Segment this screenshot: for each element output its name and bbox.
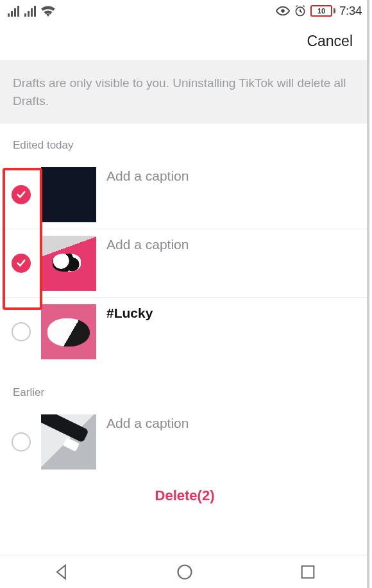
checkbox-selected[interactable] <box>12 254 31 273</box>
nav-recent-icon[interactable] <box>299 563 317 581</box>
draft-row[interactable]: Add a caption <box>0 161 369 229</box>
status-right: 10 7:34 <box>276 4 362 18</box>
eye-icon <box>276 5 290 17</box>
section-title-today: Edited today <box>0 124 369 161</box>
clock: 7:34 <box>339 4 362 18</box>
header: Cancel <box>0 22 369 60</box>
battery-text: 10 <box>317 7 325 15</box>
cancel-button[interactable]: Cancel <box>307 33 353 50</box>
status-left <box>8 5 55 17</box>
info-banner: Drafts are only visible to you. Uninstal… <box>0 60 369 124</box>
draft-row[interactable]: #Lucky <box>0 298 369 366</box>
svg-rect-3 <box>302 566 314 578</box>
svg-point-0 <box>281 9 285 13</box>
draft-caption: #Lucky <box>106 304 357 321</box>
section-title-earlier: Earlier <box>0 375 369 408</box>
checkbox-unselected[interactable] <box>12 322 31 341</box>
draft-thumbnail[interactable] <box>41 167 96 222</box>
status-bar: 10 7:34 <box>0 0 369 22</box>
android-nav-bar <box>0 555 369 588</box>
nav-back-icon[interactable] <box>53 563 71 581</box>
draft-thumbnail[interactable] <box>41 236 96 291</box>
svg-point-2 <box>178 565 192 578</box>
draft-thumbnail[interactable] <box>41 304 96 359</box>
signal-icon-2 <box>24 5 36 17</box>
delete-button[interactable]: Delete(2) <box>0 476 369 510</box>
wifi-icon <box>41 5 55 17</box>
nav-home-icon[interactable] <box>176 563 194 581</box>
signal-icon <box>8 5 19 17</box>
checkbox-unselected[interactable] <box>12 432 31 452</box>
draft-caption: Add a caption <box>106 414 357 431</box>
battery-icon: 10 <box>310 5 335 17</box>
scrollbar[interactable] <box>367 0 369 588</box>
draft-caption: Add a caption <box>106 236 357 252</box>
draft-thumbnail[interactable] <box>41 414 96 470</box>
alarm-icon <box>294 4 307 17</box>
checkbox-selected[interactable] <box>12 185 31 204</box>
draft-caption: Add a caption <box>106 167 357 184</box>
draft-row[interactable]: Add a caption <box>0 229 369 298</box>
draft-row[interactable]: Add a caption <box>0 408 369 476</box>
